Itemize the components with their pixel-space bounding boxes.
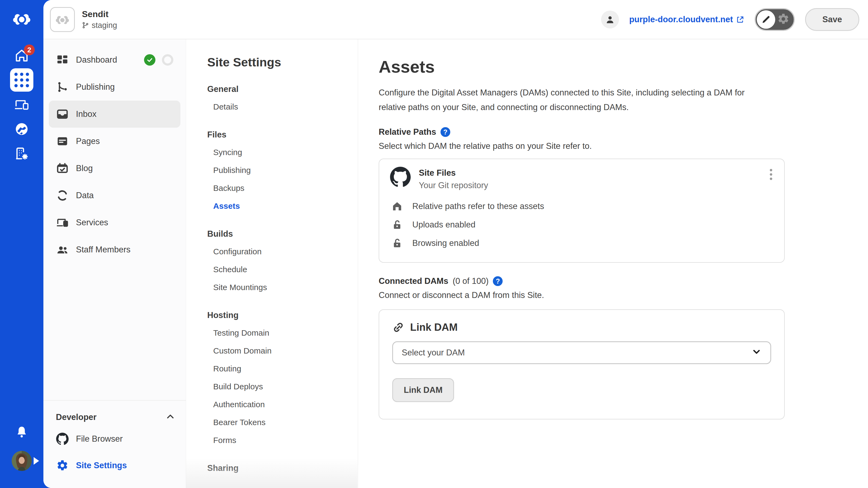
link-dam-title: Link DAM: [410, 322, 458, 333]
link-dam-card: Link DAM Select your DAM Link DAM: [379, 310, 785, 419]
gear-icon: [56, 459, 69, 472]
settings-nav-item-site-mountings[interactable]: Site Mountings: [207, 279, 358, 296]
unlock-icon: [391, 219, 403, 230]
dam-card-subtitle: Your Git repository: [419, 179, 488, 192]
external-link-icon: [736, 15, 744, 24]
link-icon: [392, 321, 404, 333]
dashboard-toggle-ring[interactable]: [162, 54, 173, 66]
sidebar-item-pages[interactable]: Pages: [49, 128, 180, 155]
feature-row: Browsing enabled: [379, 234, 784, 252]
link-dam-button[interactable]: Link DAM: [392, 378, 454, 402]
cloudcannon-logo[interactable]: [0, 9, 43, 29]
settings-nav-title: Site Settings: [207, 55, 358, 70]
app-window: 2: [0, 0, 868, 488]
section-label: Files: [207, 126, 358, 143]
feature-row: Uploads enabled: [379, 216, 784, 234]
settings-nav-item-authentication[interactable]: Authentication: [207, 395, 358, 414]
preview-domain-text: purple-door.cloudvent.net: [629, 14, 733, 24]
settings-nav-item-forms[interactable]: Forms: [207, 431, 358, 449]
bell-icon[interactable]: [0, 425, 43, 438]
publishing-icon: [56, 81, 69, 93]
connected-dams-count: (0 of 100): [453, 276, 489, 286]
help-icon[interactable]: ?: [493, 276, 503, 286]
apps-grid-icon[interactable]: [0, 68, 43, 92]
settings-nav-item-details[interactable]: Details: [207, 98, 358, 116]
settings-nav-item-schedule[interactable]: Schedule: [207, 261, 358, 279]
settings-nav-item-syncing[interactable]: Syncing: [207, 143, 358, 161]
dam-select[interactable]: Select your DAM: [392, 341, 771, 364]
settings-nav-item-assets[interactable]: Assets: [207, 197, 358, 215]
preview-domain-link[interactable]: purple-door.cloudvent.net: [629, 14, 744, 24]
unlock-icon: [391, 238, 403, 249]
organization-gear-icon[interactable]: [0, 147, 43, 161]
topbar-actions: purple-door.cloudvent.net: [601, 8, 859, 31]
settings-nav-item-configuration[interactable]: Configuration: [207, 242, 358, 261]
sidebar-item-staff-members[interactable]: Staff Members: [49, 236, 180, 263]
github-icon: [56, 433, 69, 445]
topbar: Sendit staging: [43, 0, 868, 39]
sidebar-item-label: Data: [76, 191, 94, 200]
sidebar-item-data[interactable]: Data: [49, 182, 180, 209]
home-icon: [391, 201, 403, 212]
save-button[interactable]: Save: [805, 8, 859, 31]
sidebar-item-label: Staff Members: [76, 245, 130, 255]
site-files-card: Site Files Your Git repository Relative …: [379, 159, 785, 263]
apps-grid-active-tile: [10, 68, 33, 92]
sidebar-item-label: Inbox: [76, 109, 97, 119]
dashboard-enabled-check-icon[interactable]: [144, 54, 155, 66]
staff-icon: [56, 244, 69, 256]
avatar-expand-arrow-icon[interactable]: [34, 457, 39, 465]
settings-nav-item-custom-domain[interactable]: Custom Domain: [207, 342, 358, 360]
edit-settings-mode-toggle[interactable]: [755, 8, 795, 31]
sidebar-item-dashboard[interactable]: Dashboard: [49, 46, 180, 73]
developer-section-header[interactable]: Developer: [56, 409, 175, 426]
settings-nav-item-testing-domain[interactable]: Testing Domain: [207, 324, 358, 342]
page-title: Assets: [379, 55, 868, 79]
dam-select-placeholder: Select your DAM: [402, 348, 465, 358]
devices-icon[interactable]: [0, 98, 43, 112]
sidebar-item-label: Pages: [76, 136, 100, 146]
feature-row: Relative paths refer to these assets: [379, 197, 784, 216]
sidebar-item-file-browser[interactable]: File Browser: [56, 426, 175, 452]
chevron-down-icon: [751, 347, 762, 359]
sidebar-item-inbox[interactable]: Inbox: [49, 101, 180, 128]
settings-section-sharing: Sharing: [207, 459, 358, 477]
relative-paths-label: Relative Paths: [379, 127, 436, 137]
sidebar-item-services[interactable]: Services: [49, 209, 180, 236]
feature-label: Relative paths refer to these assets: [412, 201, 544, 211]
settings-section-files: Files Syncing Publishing Backups Assets: [207, 126, 358, 215]
sidebar-item-label: Site Settings: [76, 461, 127, 470]
gear-icon[interactable]: [777, 13, 789, 26]
sidebar-item-blog[interactable]: Blog: [49, 155, 180, 182]
sidebar-item-label: Blog: [76, 163, 93, 173]
inbox-icon: [56, 108, 69, 120]
site-name: Sendit: [82, 8, 117, 20]
site-identity: Sendit staging: [82, 8, 117, 31]
sidebar-item-site-settings[interactable]: Site Settings: [56, 452, 175, 479]
globe-icon[interactable]: [0, 122, 43, 136]
feature-label: Uploads enabled: [412, 220, 475, 230]
settings-section-general: General Details: [207, 80, 358, 116]
icon-rail: 2: [0, 0, 43, 488]
settings-nav-item-publishing[interactable]: Publishing: [207, 161, 358, 179]
account-avatar[interactable]: [601, 10, 619, 29]
kebab-menu-icon[interactable]: [767, 167, 775, 182]
settings-nav-item-build-deploys[interactable]: Build Deploys: [207, 378, 358, 395]
sidebar-item-label: Dashboard: [76, 55, 117, 65]
help-icon[interactable]: ?: [440, 127, 450, 137]
site-sidebar: Dashboard: [43, 39, 186, 488]
section-label: Builds: [207, 225, 358, 242]
section-label: Hosting: [207, 306, 358, 324]
developer-section: Developer File Browser: [43, 400, 186, 488]
sidebar-item-publishing[interactable]: Publishing: [49, 73, 180, 101]
columns: Dashboard: [43, 39, 868, 488]
home-icon[interactable]: [0, 48, 43, 63]
sidebar-item-label: Publishing: [76, 82, 115, 92]
connected-dams-label: Connected DAMs: [379, 276, 448, 286]
chevron-up-icon: [166, 412, 175, 422]
site-icon: [50, 7, 75, 32]
settings-nav-item-backups[interactable]: Backups: [207, 179, 358, 197]
settings-nav-item-bearer-tokens[interactable]: Bearer Tokens: [207, 414, 358, 431]
pencil-icon[interactable]: [757, 10, 775, 29]
settings-nav-item-routing[interactable]: Routing: [207, 360, 358, 378]
